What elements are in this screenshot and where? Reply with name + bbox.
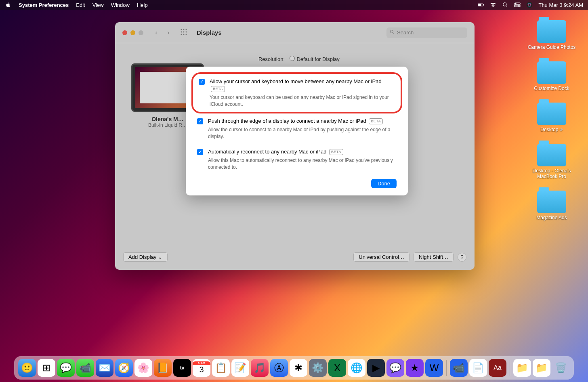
desktop-folder[interactable]: Desktop - Olena's MacBook Pro [523,144,580,179]
app-icon[interactable]: 📄 [469,359,487,377]
beta-badge: BETA [211,86,225,92]
search-icon [390,29,395,36]
music-icon[interactable]: 🎵 [251,359,269,377]
desktop-folder[interactable]: Camera Guide Photos [523,20,580,50]
desktop-folder[interactable]: Magazine Ads [523,191,580,220]
svg-point-3 [503,3,506,6]
svg-point-12 [181,29,182,30]
zoom-button[interactable] [139,30,143,35]
folder-icon[interactable]: 📁 [533,359,550,377]
resolution-default-radio[interactable] [290,56,295,61]
trash-icon[interactable]: 🗑️ [552,359,570,377]
system-preferences-icon[interactable]: ⚙️ [309,359,327,377]
universal-control-sheet: ✓ Allow your cursor and keyboard to move… [186,67,408,195]
app-icon[interactable]: ▶ [367,359,385,377]
svg-point-16 [183,31,185,32]
svg-line-22 [393,33,394,34]
app-icon[interactable]: 💬 [386,359,404,377]
resolution-label: Resolution: [224,56,285,62]
battery-icon[interactable] [478,2,484,8]
beta-badge: BETA [329,149,343,155]
mail-icon[interactable]: ✉️ [96,359,113,377]
svg-point-18 [181,34,182,35]
wifi-icon[interactable] [490,2,496,8]
menubar: System Preferences Edit View Window Help… [0,0,588,10]
menu-view[interactable]: View [92,2,104,8]
svg-point-9 [527,2,533,8]
zoom-icon[interactable]: 📹 [450,359,468,377]
window-titlebar: ‹ › Displays Search [115,22,475,43]
appstore-icon[interactable]: Ⓐ [270,359,288,377]
show-all-button[interactable] [181,29,189,37]
back-button[interactable]: ‹ [151,28,161,38]
svg-point-14 [186,29,187,30]
help-button[interactable]: ? [458,253,466,262]
dock-separator [510,360,510,376]
search-input[interactable]: Search [386,27,467,38]
word-icon[interactable]: W [425,359,443,377]
checkbox-checked[interactable]: ✓ [197,149,203,155]
checkbox-checked[interactable]: ✓ [197,118,203,124]
window-title: Displays [197,29,222,36]
calendar-icon[interactable]: MAR3 [193,359,210,377]
svg-point-8 [519,6,519,6]
dictionary-icon[interactable]: Aa [489,359,506,377]
books-icon[interactable]: 📙 [154,359,172,377]
siri-icon[interactable] [526,2,533,8]
checkbox-checked[interactable]: ✓ [199,79,205,85]
reminders-icon[interactable]: 📋 [212,359,230,377]
desktop-icons: Camera Guide Photos Customize Dock Deskt… [523,20,580,220]
photos-icon[interactable]: 🌸 [134,359,152,377]
desktop-folder[interactable]: Desktop ⟳ [523,103,580,132]
svg-point-20 [186,34,187,35]
night-shift-button[interactable]: Night Shift… [414,252,454,262]
finder-icon[interactable]: 🙂 [18,359,36,377]
option-push-through: ✓ Push through the edge of a display to … [197,118,397,140]
facetime-icon[interactable]: 📹 [76,359,94,377]
done-button[interactable]: Done [371,179,397,188]
svg-point-17 [186,31,187,32]
chrome-icon[interactable]: 🌐 [348,359,365,377]
svg-point-7 [515,3,516,4]
messages-icon[interactable]: 💬 [57,359,75,377]
minimize-button[interactable] [130,30,135,35]
forward-button[interactable]: › [164,28,173,38]
dock-separator [446,360,447,376]
option-auto-reconnect: ✓ Automatically reconnect to any nearby … [197,148,397,171]
svg-point-13 [183,29,185,30]
app-name[interactable]: System Preferences [19,2,69,8]
app-icon[interactable]: ★ [406,359,424,377]
chevron-down-icon: ⌄ [158,254,162,260]
launchpad-icon[interactable]: ⊞ [38,359,55,377]
menu-help[interactable]: Help [137,2,148,8]
notes-icon[interactable]: 📝 [231,359,249,377]
menu-edit[interactable]: Edit [76,2,85,8]
svg-rect-1 [479,4,481,6]
desktop-folder[interactable]: Customize Dock [523,61,580,91]
menubar-clock[interactable]: Thu Mar 3 9:24 AM [538,2,583,8]
add-display-button[interactable]: Add Display ⌄ [123,252,168,262]
svg-point-21 [391,30,393,33]
svg-point-15 [181,31,182,32]
slack-icon[interactable]: ✱ [290,359,307,377]
control-center-icon[interactable] [514,2,521,8]
apple-menu-icon[interactable] [5,2,11,8]
spotlight-icon[interactable] [502,2,508,8]
svg-rect-2 [483,4,484,5]
sync-icon: ⟳ [560,128,563,132]
dock: 🙂 ⊞ 💬 📹 ✉️ 🧭 🌸 📙 tv MAR3 📋 📝 🎵 Ⓐ ✱ ⚙️ X … [14,356,574,380]
universal-control-button[interactable]: Universal Control… [353,252,410,262]
menu-window[interactable]: Window [111,2,130,8]
close-button[interactable] [122,30,127,35]
appletv-icon[interactable]: tv [173,359,191,377]
beta-badge: BETA [369,118,383,124]
svg-line-4 [506,6,507,7]
excel-icon[interactable]: X [328,359,346,377]
safari-icon[interactable]: 🧭 [115,359,133,377]
option-allow-cursor: ✓ Allow your cursor and keyboard to move… [191,72,402,113]
downloads-icon[interactable]: 📁 [513,359,531,377]
svg-point-19 [183,34,185,35]
